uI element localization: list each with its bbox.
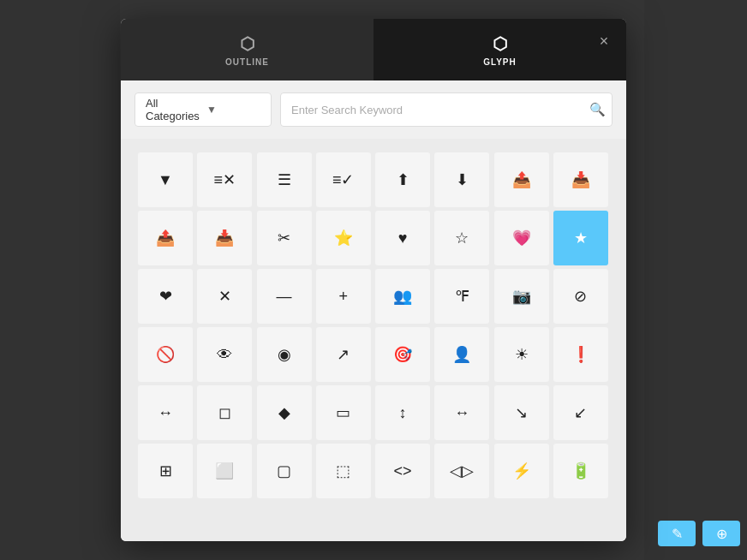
icons-grid-container[interactable]: ▼≡✕☰≡✓⬆⬇📤📥📤📥✂⭐♥☆💗★❤✕—+👥℉📷⊘🚫👁◉↗🎯👤☀❗↔◻◆▭↕↔… [121,139,626,541]
download2-icon[interactable]: 📥 [197,211,252,265]
category-label: All Categories [146,97,200,122]
target-icon[interactable]: 🎯 [375,327,430,382]
upload-tray-icon[interactable]: ⬆ [375,152,430,207]
close-icon[interactable]: ✕ [197,269,252,324]
eraser-icon[interactable]: ◆ [257,385,312,440]
sun-icon[interactable]: ☀ [494,327,549,382]
battery-charge-icon[interactable]: ⚡ [494,444,549,498]
icons-grid: ▼≡✕☰≡✓⬆⬇📤📥📤📥✂⭐♥☆💗★❤✕—+👥℉📷⊘🚫👁◉↗🎯👤☀❗↔◻◆▭↕↔… [138,152,609,498]
focus-icon[interactable]: ⊞ [138,444,193,498]
no-view-icon[interactable]: ⊘ [553,269,608,324]
select-icon[interactable]: ▢ [257,444,312,498]
code-alt-icon[interactable]: ◁▷ [434,444,489,498]
exclamation-icon[interactable]: ❗ [553,327,608,382]
eye-off-icon[interactable]: 🚫 [138,327,193,382]
arrows-horizontal-icon[interactable]: ↔ [434,385,489,440]
bookmark-star-icon[interactable]: ⭐ [316,211,371,265]
action-button-1[interactable]: ✎ [658,521,696,546]
camera-slash-icon[interactable]: 📷 [494,269,549,324]
tab-outline[interactable]: ⬡ OUTLINE [121,19,374,80]
search-bar: All Categories ▼ 🔍 [121,80,626,139]
download-tray-icon[interactable]: ⬇ [434,152,489,207]
code-icon[interactable]: <> [375,444,430,498]
bottom-buttons: ✎ ⊕ [658,521,740,546]
search-input[interactable] [280,92,613,127]
stack-icon[interactable]: ▭ [316,385,371,440]
list-check-icon[interactable]: ≡✓ [316,152,371,207]
frame-icon[interactable]: ⬜ [197,444,252,498]
plus-icon[interactable]: + [316,269,371,324]
arrow-expand-icon[interactable]: ↙ [553,385,608,440]
star-filled-icon[interactable]: ★ [553,211,608,265]
tab-glyph-label: GLYPH [483,57,517,67]
external-link-icon[interactable]: ↗ [316,327,371,382]
glyph-icon: ⬡ [493,33,508,54]
upload2-icon[interactable]: 📤 [138,211,193,265]
tab-glyph[interactable]: ⬡ GLYPH [374,19,626,80]
group-icon[interactable]: 👥 [375,269,430,324]
outline-icon: ⬡ [240,33,255,54]
action-button-2[interactable]: ⊕ [702,521,740,546]
crop-icon[interactable]: ⬚ [316,444,371,498]
search-button[interactable]: 🔍 [589,102,606,117]
filter-icon[interactable]: ▼ [138,152,193,207]
arrow-diagonal-icon[interactable]: ↘ [494,385,549,440]
user-circle-icon[interactable]: 👤 [434,327,489,382]
heart-check-icon[interactable]: 💗 [494,211,549,265]
eye-icon[interactable]: 👁 [197,327,252,382]
ordered-list-icon[interactable]: ☰ [257,152,312,207]
search-icon: 🔍 [589,102,606,117]
heart-icon[interactable]: ❤ [138,269,193,324]
icon-picker-modal: ⬡ OUTLINE ⬡ GLYPH × All Categories ▼ 🔍 ▼… [121,19,626,541]
close-button[interactable]: × [592,29,616,53]
chevron-down-icon: ▼ [206,104,260,116]
search-input-wrap: 🔍 [280,92,613,127]
cut-icon[interactable]: ✂ [257,211,312,265]
battery-icon[interactable]: 🔋 [553,444,608,498]
arrows-vertical-icon[interactable]: ↕ [375,385,430,440]
clear-list-icon[interactable]: ≡✕ [197,152,252,207]
minus-icon[interactable]: — [257,269,312,324]
export-tray-icon[interactable]: 📤 [494,152,549,207]
heart-minus-icon[interactable]: ♥ [375,211,430,265]
category-dropdown[interactable]: All Categories ▼ [134,92,272,127]
eye-detail-icon[interactable]: ◉ [257,327,312,382]
modal-header: ⬡ OUTLINE ⬡ GLYPH × [121,19,626,80]
transfer-icon[interactable]: ↔ [138,385,193,440]
star-minus-icon[interactable]: ☆ [434,211,489,265]
fahrenheit-icon[interactable]: ℉ [434,269,489,324]
tab-outline-label: OUTLINE [225,57,269,67]
import-tray-icon[interactable]: 📥 [553,152,608,207]
box-icon[interactable]: ◻ [197,385,252,440]
